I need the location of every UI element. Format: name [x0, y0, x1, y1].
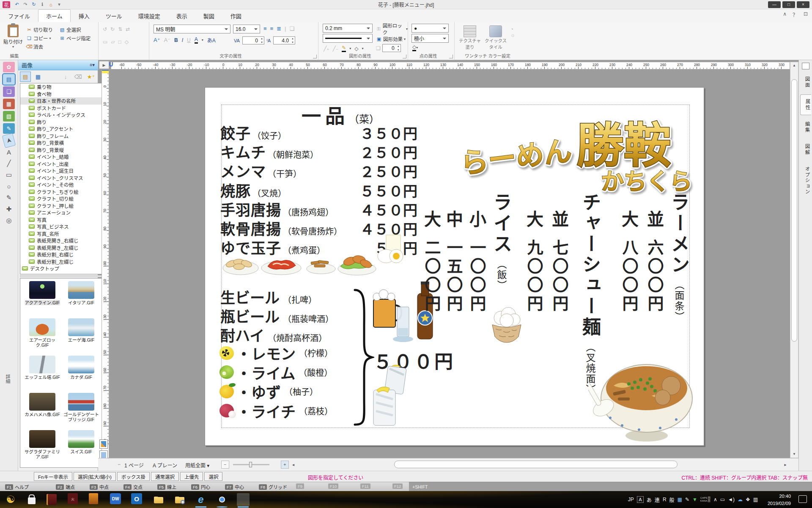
- start-yinyang-icon[interactable]: ☯: [4, 493, 17, 506]
- rice-price-chu[interactable]: 中一五〇円: [441, 210, 466, 314]
- material-panel-icon[interactable]: ▦: [3, 99, 15, 109]
- folder-tree-item[interactable]: イベント_出産: [20, 160, 109, 168]
- flavor-yuzu[interactable]: ・ゆず （柚子）: [219, 382, 333, 401]
- hand-tool-icon[interactable]: ✚: [3, 204, 15, 214]
- close-button[interactable]: ×: [797, 1, 809, 8]
- quick-style-button[interactable]: クイックスタイル: [483, 25, 508, 50]
- menu-tab[interactable]: 挿入: [71, 9, 98, 22]
- image-thumbnail[interactable]: アクアライン.GIF: [23, 281, 62, 318]
- red-app-icon[interactable]: 火: [68, 493, 78, 504]
- zoom-in-button[interactable]: +: [281, 461, 289, 469]
- collapse-ribbon-icon[interactable]: ∧: [783, 11, 787, 18]
- drink-row[interactable]: 生ビール （扎啤）: [220, 286, 334, 305]
- mode-button[interactable]: ボックス掛: [117, 472, 150, 481]
- underline-icon[interactable]: U: [187, 37, 191, 43]
- scroll-up-arrow[interactable]: ▲: [790, 62, 798, 69]
- download-button[interactable]: ↓: [60, 72, 71, 82]
- ramen-price-nami[interactable]: 並六〇〇円: [642, 210, 667, 314]
- texture-panel-icon[interactable]: ▧: [3, 111, 15, 121]
- store-icon[interactable]: [25, 493, 38, 506]
- menu-tab[interactable]: 表示: [168, 9, 195, 22]
- menu-item-row[interactable]: キムチ （朝鲜泡菜） ２５０円: [220, 141, 417, 160]
- zoom-tool-icon[interactable]: ◎: [3, 215, 15, 226]
- font-size-combo[interactable]: 16.0: [233, 25, 260, 33]
- notification-center-icon[interactable]: [798, 495, 807, 503]
- folder-tree-item[interactable]: ポストカード: [20, 105, 109, 112]
- select-tool-icon[interactable]: ➤: [3, 133, 15, 147]
- copy-button[interactable]: ❏コピー▾: [26, 34, 53, 42]
- fkey-f4[interactable]: F4交点: [123, 483, 143, 490]
- point-shape-combo[interactable]: ●: [411, 24, 449, 33]
- folder-tree-item[interactable]: イベント_誕生日: [20, 167, 109, 174]
- fkey-f12[interactable]: F12: [392, 483, 403, 489]
- point-color-icon[interactable]: ◇: [412, 44, 416, 51]
- folder-tree-item[interactable]: 表紙見開き_右綴じ: [20, 237, 109, 244]
- rice-bowl-image[interactable]: [489, 307, 524, 344]
- line-color-icon[interactable]: ✎: [342, 45, 346, 52]
- file-explorer-icon[interactable]: [152, 493, 165, 506]
- search-folder-icon[interactable]: [173, 493, 186, 506]
- side-tab[interactable]: 編集: [800, 117, 811, 138]
- help-icon[interactable]: ？: [793, 11, 798, 18]
- menu-tab[interactable]: 環境設定: [130, 9, 168, 22]
- flavor-lime[interactable]: ・ライム （酸橙）: [219, 363, 333, 382]
- menu-tab[interactable]: 製図: [195, 9, 222, 22]
- folder-tree-item[interactable]: クラフト_切り絵: [20, 195, 109, 202]
- menu-tab[interactable]: 作図: [222, 9, 250, 22]
- chashu-price-nami[interactable]: 並七〇〇円: [547, 210, 571, 314]
- erase-button[interactable]: ⌫消去: [26, 42, 53, 51]
- monitor-tray-icon[interactable]: ▭: [720, 497, 725, 502]
- rice-price-sho[interactable]: 小一〇〇円: [464, 210, 489, 314]
- copy-format-icon[interactable]: ❏: [289, 25, 294, 32]
- cut-button[interactable]: ✂切り取り: [26, 25, 53, 34]
- select-all-button[interactable]: ▧全選択: [59, 25, 91, 34]
- menu-tab[interactable]: ツール: [98, 9, 130, 22]
- pen-tool-icon[interactable]: ✎: [3, 193, 15, 203]
- fkey-f5[interactable]: F5線上: [157, 483, 176, 490]
- side-tab[interactable]: 図解: [800, 139, 811, 160]
- fkey-f2[interactable]: F2端点: [56, 483, 75, 490]
- font-larger-icon[interactable]: A⁺: [154, 37, 160, 43]
- restore-button[interactable]: □: [782, 1, 795, 8]
- volume-icon[interactable]: ◄): [728, 497, 735, 502]
- page-thumbnail-button-1[interactable]: [99, 439, 108, 449]
- folder-tree-item[interactable]: クラフト_ちぎり絵: [20, 188, 109, 196]
- texture-fill-button[interactable]: テクスチャ塗り: [458, 25, 482, 50]
- tree-view-button[interactable]: ▤: [20, 72, 31, 82]
- scroll-left-arrow[interactable]: ◂: [291, 461, 296, 469]
- gyoza-plate-image[interactable]: [222, 251, 259, 276]
- line-spacing-spinner[interactable]: 4.0: [273, 36, 295, 44]
- ramen-bowl-photo[interactable]: [588, 347, 695, 446]
- mode-button[interactable]: 選択: [204, 472, 222, 481]
- home-icon[interactable]: ⌂: [47, 1, 55, 8]
- fill-color-icon[interactable]: ◇: [354, 46, 358, 52]
- pen-input-icon[interactable]: ✎: [685, 497, 689, 502]
- char-spacing-spinner[interactable]: 0: [242, 36, 264, 44]
- image-thumbnail[interactable]: ゴールデンゲートブリッジ.GIF: [62, 393, 101, 430]
- fkey-f11[interactable]: F11: [360, 483, 370, 489]
- fkey-f8[interactable]: F8グリッド: [259, 483, 287, 490]
- fkey-f3[interactable]: F3中点: [90, 483, 109, 490]
- outlook-icon[interactable]: O: [131, 493, 142, 504]
- mode-button[interactable]: 上優先: [180, 472, 203, 481]
- mode-button[interactable]: 通常選択: [151, 472, 179, 481]
- parts-panel-icon[interactable]: ❏: [3, 86, 15, 97]
- drive-tray-icon[interactable]: ❖: [746, 497, 750, 502]
- paste-button[interactable]: 貼り付け▾: [3, 25, 23, 49]
- line-add-icon[interactable]: ╱₊: [324, 46, 329, 52]
- shop-logo[interactable]: らーめん らーめん 勝鞍 勝鞍 かちくら かちくら: [454, 103, 699, 194]
- ime-hiragana-label[interactable]: あ: [647, 496, 652, 503]
- folder-tree-item[interactable]: アニメーション: [20, 209, 109, 216]
- panel-toggle-icon[interactable]: ⊡: [804, 11, 808, 18]
- drawing-canvas[interactable]: 一品（菜） 餃子 （饺子） ３５０円 キムチ （朝鲜泡菜） ２５０円 メンマ: [109, 69, 790, 458]
- folder-tree-item[interactable]: 写真_ビジネス: [20, 223, 109, 230]
- onedrive-cloud-icon[interactable]: ☁: [738, 497, 743, 502]
- furigana-icon[interactable]: あA: [207, 36, 216, 44]
- detail-toggle-label[interactable]: 詳細: [4, 374, 11, 384]
- kimchi-plate-image[interactable]: [260, 252, 302, 276]
- canvas-corner-button[interactable]: ▶: [99, 61, 109, 69]
- font-smaller-icon[interactable]: A⁻: [164, 37, 171, 43]
- ellipse-tool-icon[interactable]: ○: [3, 181, 15, 191]
- canvas-vertical-scrollbar[interactable]: ▲ ▼: [790, 62, 798, 458]
- folder-tree-item[interactable]: 表紙見開き_左綴じ: [20, 244, 109, 251]
